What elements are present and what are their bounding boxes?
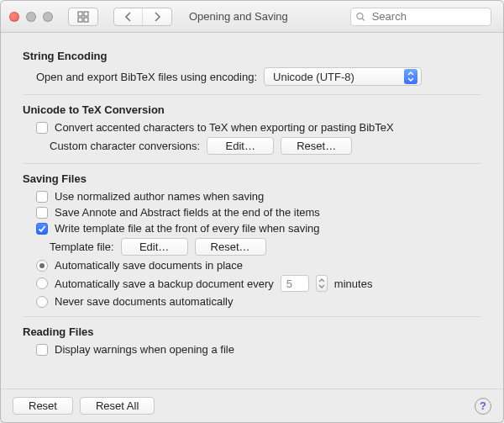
custom-conversions-label: Custom character conversions:: [50, 140, 200, 152]
divider: [23, 163, 481, 164]
svg-rect-0: [78, 12, 82, 16]
convert-accented-label: Convert accented characters to TeX when …: [55, 121, 394, 134]
write-template-label: Write template file at the front of ever…: [55, 222, 320, 235]
unicode-tex-heading: Unicode to TeX Conversion: [23, 103, 481, 116]
forward-button[interactable]: [143, 8, 171, 25]
maximize-icon[interactable]: [43, 12, 53, 22]
reading-files-heading: Reading Files: [23, 325, 481, 338]
svg-rect-2: [78, 18, 82, 22]
annote-abstract-checkbox[interactable]: [36, 207, 48, 219]
annote-abstract-label: Save Annote and Abstract fields at the e…: [55, 206, 320, 219]
template-file-reset-button[interactable]: Reset…: [195, 238, 266, 256]
backup-interval-field[interactable]: 5: [281, 275, 309, 292]
autosave-backup-label: Automatically save a backup document eve…: [55, 278, 274, 290]
autosave-inplace-radio[interactable]: [36, 260, 48, 272]
back-button[interactable]: [114, 8, 143, 25]
footer: Reset Reset All ?: [1, 389, 503, 422]
close-icon[interactable]: [9, 12, 19, 22]
normalized-author-label: Use normalized author names when saving: [55, 190, 264, 203]
autosave-never-radio[interactable]: [36, 296, 48, 308]
encoding-label: Open and export BibTeX files using encod…: [36, 71, 257, 83]
grid-icon: [69, 8, 97, 25]
autosave-inplace-label: Automatically save documents in place: [55, 259, 243, 272]
chevron-right-icon: [153, 12, 161, 22]
autosave-never-label: Never save documents automatically: [55, 295, 233, 308]
custom-conversions-edit-button[interactable]: Edit…: [207, 137, 274, 155]
titlebar: Opening and Saving: [1, 1, 503, 33]
window-controls: [9, 12, 53, 22]
write-template-checkbox[interactable]: [36, 223, 48, 235]
minimize-icon[interactable]: [26, 12, 36, 22]
search-field[interactable]: [350, 8, 491, 26]
preferences-window: Opening and Saving String Encoding Open …: [0, 0, 504, 423]
autosave-backup-radio[interactable]: [36, 278, 48, 289]
svg-point-4: [357, 13, 363, 19]
encoding-select[interactable]: Unicode (UTF-8): [264, 67, 422, 86]
encoding-select-value: Unicode (UTF-8): [273, 71, 354, 83]
svg-line-5: [362, 18, 365, 20]
search-icon: [356, 12, 365, 22]
nav-back-forward: [113, 8, 172, 26]
template-file-edit-button[interactable]: Edit…: [121, 238, 188, 256]
grid-toggle[interactable]: [68, 8, 98, 26]
display-warnings-label: Display warnings when opening a file: [55, 343, 234, 356]
normalized-author-checkbox[interactable]: [36, 191, 48, 203]
check-icon: [38, 225, 46, 233]
search-input[interactable]: [370, 9, 486, 24]
reset-button[interactable]: Reset: [13, 397, 73, 415]
template-file-label: Template file:: [50, 241, 114, 253]
string-encoding-heading: String Encoding: [23, 50, 481, 62]
help-button[interactable]: ?: [475, 398, 491, 415]
svg-rect-3: [84, 18, 88, 22]
chevron-left-icon: [124, 12, 133, 22]
saving-files-heading: Saving Files: [23, 172, 481, 185]
content: String Encoding Open and export BibTeX f…: [1, 33, 503, 389]
convert-accented-checkbox[interactable]: [36, 122, 48, 134]
backup-interval-units: minutes: [334, 278, 373, 290]
stepper-updown-icon: [318, 278, 325, 289]
reset-all-button[interactable]: Reset All: [80, 397, 155, 415]
divider: [23, 316, 481, 317]
divider: [23, 94, 481, 95]
backup-interval-stepper[interactable]: [316, 275, 328, 292]
custom-conversions-reset-button[interactable]: Reset…: [281, 137, 352, 155]
display-warnings-checkbox[interactable]: [36, 344, 48, 356]
window-title: Opening and Saving: [189, 10, 288, 23]
updown-icon: [404, 69, 417, 84]
svg-rect-1: [84, 12, 88, 16]
